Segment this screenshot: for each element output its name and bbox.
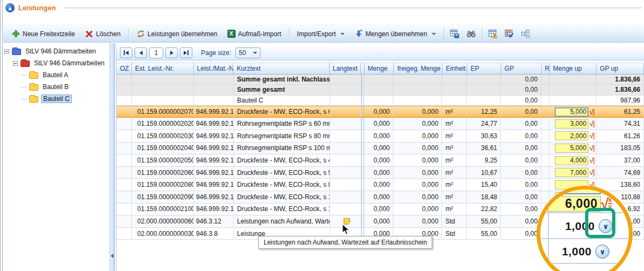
window-border (0, 0, 1, 271)
first-page-button[interactable] (120, 48, 132, 58)
summary-row[interactable]: Bauteil C0,00987,96 (117, 96, 644, 106)
cell-lang (330, 130, 361, 142)
cell-gp: 0,00 (501, 74, 541, 84)
collapse-node-icon[interactable] (13, 61, 18, 66)
last-page-button[interactable] (180, 48, 192, 58)
cell-ext: 01.159.0000002090 (132, 191, 194, 203)
column-header-menge[interactable]: Menge (365, 63, 394, 74)
cell-ep (467, 96, 501, 105)
new-freitextzeile-button[interactable]: Neue Freitextzeile (6, 28, 80, 40)
table-row[interactable]: 01.159.0000002020946.999.92.10Rohrsegmen… (117, 118, 644, 130)
cell-mat: 946.999.92.11. (194, 130, 234, 142)
column-header-oz[interactable]: OZ (117, 63, 132, 74)
aufmass-import-button[interactable]: X Aufmaß-Import (223, 28, 286, 40)
table-row[interactable]: 01.159.0000002070946.999.92.15.Druckfest… (117, 106, 644, 118)
cell-gp: 0,00 (501, 130, 541, 142)
table-warning-button[interactable] (486, 28, 500, 40)
collapse-splitter-icon[interactable] (111, 254, 113, 258)
prev-page-button[interactable] (135, 48, 147, 58)
column-header-mup[interactable]: Menge up (550, 63, 597, 74)
panel-splitter[interactable] (110, 43, 115, 271)
cell-menge (364, 74, 394, 84)
summary-row[interactable]: Summe gesamt inkl. Nachlass0,001.836,66 (117, 74, 644, 85)
formula-sqrt-icon[interactable]: √xy (589, 120, 595, 127)
formula-sqrt-icon[interactable]: √xy (589, 145, 595, 152)
cell-gp: 0,00 (501, 106, 541, 118)
formula-sqrt-icon[interactable]: √xy (589, 132, 595, 139)
frozen-column-divider (361, 63, 365, 74)
cell-gp: 0,00 (501, 228, 541, 240)
cell-r (541, 167, 549, 179)
table-row[interactable]: 01.159.0000002060946.999.92.14Druckfeste… (117, 167, 644, 179)
leistungen-uebernehmen-button[interactable]: Leistungen übernehmen (131, 28, 222, 40)
cell-mup: 7,000√xy (549, 167, 596, 179)
import-export-button[interactable]: Import/Export (292, 28, 350, 40)
tree-item-stlv-outer[interactable]: StLV 946 Dämmarbeiten (4, 45, 98, 57)
tree-item-bauteil-a[interactable]: Bauteil A (22, 69, 70, 81)
cell-kurz: Druckfeste - MW, ECO-Rock, s 120 m (234, 204, 330, 215)
tree-item-bauteil-c[interactable]: Bauteil C (22, 93, 72, 105)
column-header-mat[interactable]: Leist./Mat.-N (194, 63, 234, 74)
column-header-ein[interactable]: Einheit (442, 63, 467, 74)
menge-up-input[interactable]: 2,000 (555, 131, 588, 140)
delete-button[interactable]: Löschen (80, 28, 125, 40)
binoculars-icon (466, 30, 476, 38)
magnified-menge-up-cell: 1,000 (548, 241, 594, 262)
menge-up-input[interactable]: 3,000 (555, 119, 588, 128)
collapse-node-icon[interactable] (4, 49, 9, 54)
table-row[interactable]: 01.159.0000002050946.999.92.13Druckfeste… (117, 154, 644, 167)
page-number-input[interactable]: 1 (149, 48, 163, 58)
formula-sqrt-icon[interactable]: √xy (589, 109, 595, 116)
table-save-button[interactable] (448, 28, 462, 40)
cell-lang (330, 143, 361, 154)
tree-connector (22, 75, 26, 76)
cell-gpup: 138,60 (596, 179, 644, 191)
chevron-down-icon (253, 52, 257, 54)
column-header-lang[interactable]: Langtext (330, 63, 361, 74)
cell-gp: 0,00 (501, 167, 541, 179)
formula-sqrt-icon[interactable]: √xy (589, 157, 595, 164)
cell-gp: 0,00 (501, 191, 541, 203)
cell-fre: 0,000 (393, 143, 442, 154)
page-size-select[interactable]: 50 (236, 48, 260, 58)
column-header-gp[interactable]: GP (501, 63, 542, 74)
clock-icon: ∨ (595, 245, 609, 259)
tree-item-bauteil-b[interactable]: Bauteil B (22, 81, 70, 93)
cell-menge (364, 85, 394, 94)
menge-up-input[interactable]: 5,000 (555, 107, 588, 117)
cell-lang (330, 106, 361, 118)
cell-ein: Std (442, 228, 467, 240)
menge-up-input[interactable]: 5,000 (555, 144, 588, 153)
formula-sqrt-icon[interactable]: √xy (589, 169, 595, 176)
mengen-uebernehmen-button[interactable]: Mengen übernehmen (350, 28, 441, 40)
cell-oz (117, 118, 132, 130)
column-header-r[interactable]: R (542, 63, 550, 74)
cell-ein: Std (442, 215, 467, 227)
tree-item-stlv-inner[interactable]: StLV 946 Dämmarbeiten (13, 57, 106, 69)
cell-r (541, 179, 549, 191)
cell-kurz: Druckfeste - MW, ECO-Rock, s 50 m (234, 167, 330, 179)
summary-row[interactable]: Summe gesamt0,001.836,66 (117, 85, 644, 95)
column-header-ext[interactable]: Ext. Leist.-Nr. (132, 63, 194, 74)
menge-up-input[interactable]: 4,000 (555, 156, 588, 165)
cell-mat: 946.999.92.17 (194, 191, 234, 203)
column-header-fre[interactable]: freigeg. Menge (394, 63, 442, 74)
page-size-label: Page size: (201, 49, 231, 57)
plus-icon (11, 30, 20, 38)
menge-up-input[interactable]: 7,000 (555, 168, 588, 177)
search-button[interactable] (464, 28, 478, 40)
cell-kurz: Druckfeste - MW, ECO-Rock, s 100 m (234, 191, 330, 203)
tree-view-button[interactable] (519, 28, 533, 40)
cell-fre: 0,000 (393, 154, 442, 166)
next-page-button[interactable] (165, 48, 178, 58)
cell-kurz: Bauteil C (234, 96, 330, 105)
column-header-ep[interactable]: EP (467, 63, 501, 74)
table-check-button[interactable] (502, 28, 516, 40)
column-header-kurz[interactable]: Kurztext (233, 63, 329, 74)
table-row[interactable]: 01.159.0000002030946.999.92.11.Rohrsegme… (117, 130, 644, 143)
table-row[interactable]: 01.159.0000002040946.999.92.12Rohrsegmen… (117, 143, 644, 155)
cell-gp: 0,00 (501, 215, 541, 227)
column-header-gpup[interactable]: GP up (596, 63, 644, 74)
toolbar-separator (128, 28, 129, 40)
collapse-panel-icon[interactable]: ▲ (5, 3, 15, 12)
